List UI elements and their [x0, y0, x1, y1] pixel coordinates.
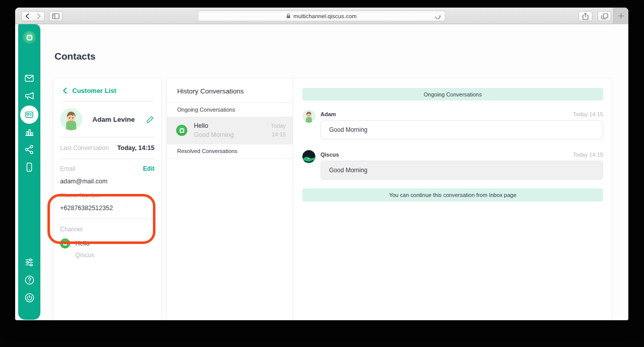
- phone-value: +62876382512352: [60, 205, 154, 212]
- share-up-arrow-icon: [582, 13, 588, 20]
- conversations-panel: History Conversations Ongoing Conversati…: [167, 78, 612, 320]
- contacts-card-icon: [20, 106, 38, 124]
- sidebar-item-integrations[interactable]: [18, 144, 40, 155]
- forward-button[interactable]: [33, 11, 45, 21]
- continue-from-inbox-banner: You can continue this conversation from …: [302, 188, 603, 202]
- history-conversations-panel: History Conversations Ongoing Conversati…: [167, 78, 293, 320]
- contact-fields: Email Edit adam@mail.com Phone Number +6…: [53, 159, 161, 219]
- last-conversation-value: Today, 14:15: [117, 144, 154, 152]
- help-question-icon: [24, 274, 35, 286]
- customer-avatar: [60, 108, 82, 130]
- email-value: adam@mail.com: [60, 178, 154, 185]
- conversation-title: Hello: [194, 122, 271, 129]
- sidebar-item-broadcast[interactable]: [18, 90, 40, 102]
- back-button[interactable]: [21, 11, 33, 21]
- channel-name: Hello: [75, 240, 90, 247]
- channel-provider: Qiscus: [75, 252, 154, 259]
- sidebar-item-logout[interactable]: [18, 292, 40, 304]
- edit-pencil-icon[interactable]: [146, 115, 154, 124]
- ongoing-conversations-banner: Ongoing Conversations: [302, 88, 603, 101]
- browser-toolbar: multichannel.qiscus.com: [15, 8, 628, 24]
- conversation-time: 14:15: [271, 130, 286, 139]
- qiscus-channel-icon: [176, 125, 187, 136]
- url-text: multichannel.qiscus.com: [293, 13, 356, 19]
- integrations-share-icon: [24, 144, 35, 155]
- chat-message-qiscus: Qiscus Today 14:15 Good Morning: [302, 150, 603, 180]
- channel-label: Channel: [60, 226, 154, 233]
- section-ongoing-conversations[interactable]: Ongoing Conversations: [167, 103, 293, 117]
- plus-icon: [618, 13, 624, 19]
- message-time: Today 14:15: [573, 111, 603, 117]
- show-tabs-button[interactable]: [598, 11, 611, 21]
- sidebar-panel-icon: [52, 13, 60, 19]
- customer-name: Adam Levine: [92, 116, 146, 123]
- inbox-mail-icon: [24, 73, 35, 84]
- conversation-preview: Good Morning: [194, 131, 271, 138]
- padlock-icon: [286, 13, 291, 19]
- edit-email-link[interactable]: Edit: [143, 165, 154, 172]
- conversation-list-item[interactable]: Hello Good Morning Today 14:15: [167, 117, 293, 144]
- conversation-date: Today: [271, 122, 286, 130]
- qiscus-agent-avatar: [302, 150, 315, 163]
- channel-section: Channel Hello Qiscus: [53, 219, 161, 265]
- sidebar-item-analytics[interactable]: [18, 126, 40, 137]
- message-bubble: Good Morning: [320, 161, 603, 180]
- message-time: Today 14:15: [573, 152, 603, 158]
- chevron-left-icon: [25, 13, 30, 19]
- sidebar-item-home[interactable]: [18, 31, 40, 44]
- message-sender: Qiscus: [320, 152, 339, 158]
- sidebar-toggle-button[interactable]: [49, 11, 63, 21]
- logout-power-icon: [24, 292, 35, 304]
- broadcast-megaphone-icon: [24, 90, 35, 102]
- customer-list-label: Customer List: [72, 87, 116, 94]
- new-tab-button[interactable]: [613, 8, 628, 24]
- share-button[interactable]: [578, 11, 593, 21]
- message-bubble: Good Morning: [320, 120, 603, 139]
- address-bar[interactable]: multichannel.qiscus.com: [198, 11, 445, 21]
- browser-window: multichannel.qiscus.com: [15, 8, 628, 320]
- page-title: Contacts: [55, 51, 95, 62]
- sidebar-item-help[interactable]: [18, 274, 40, 286]
- settings-sliders-icon: [24, 257, 35, 268]
- sidebar-item-inbox[interactable]: [18, 73, 40, 84]
- phone-label: Phone Number: [60, 192, 154, 199]
- last-conversation-row: Last Conversation Today, 14:15: [53, 137, 161, 159]
- mobile-app-icon: [24, 162, 35, 173]
- sidebar-item-contacts[interactable]: [18, 106, 40, 124]
- chevron-right-icon: [36, 13, 41, 19]
- history-title: History Conversations: [167, 78, 293, 103]
- section-resolved-conversations[interactable]: Resolved Conversations: [167, 144, 293, 159]
- email-label: Email: [60, 165, 75, 172]
- last-conversation-label: Last Conversation: [60, 144, 109, 152]
- chat-message-adam: Adam Today 14:15 Good Morning: [302, 110, 603, 139]
- customer-detail-panel: Customer List Adam Levine Last Conversat…: [53, 78, 162, 320]
- overlapping-squares-icon: [601, 13, 608, 20]
- qiscus-logo-icon: [23, 31, 36, 44]
- adam-avatar: [302, 110, 315, 123]
- sidebar-item-mobile[interactable]: [18, 162, 40, 173]
- chevron-left-icon: [63, 87, 67, 94]
- analytics-chart-icon: [24, 126, 35, 137]
- back-to-customer-list[interactable]: Customer List: [53, 78, 161, 101]
- reload-icon: [435, 13, 441, 20]
- customer-profile: Adam Levine: [53, 102, 161, 137]
- chat-preview-panel: Ongoing Conversations Adam Today 14:15 G…: [293, 78, 612, 320]
- reload-button[interactable]: [435, 13, 441, 21]
- app-sidebar: [18, 24, 40, 320]
- sidebar-item-settings[interactable]: [18, 257, 40, 268]
- app-page: Contacts Customer List Adam Levine Last …: [15, 24, 628, 320]
- qiscus-channel-icon: [60, 238, 70, 249]
- message-sender: Adam: [320, 111, 336, 117]
